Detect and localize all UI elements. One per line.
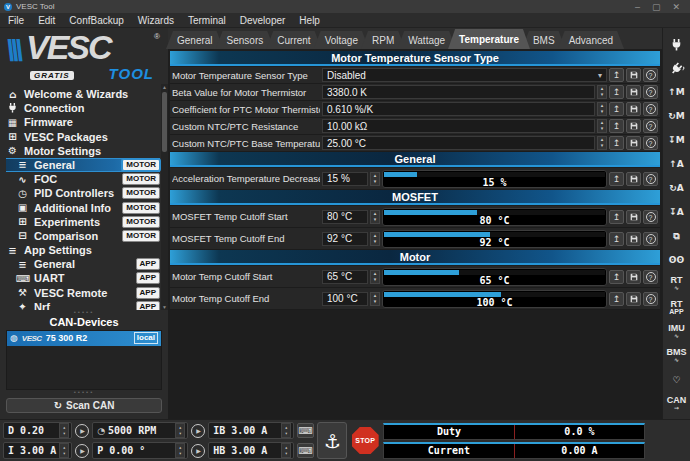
sidebar-item-packages[interactable]: ⊞ VESC Packages <box>6 129 160 143</box>
tab-advanced[interactable]: Advanced <box>558 31 624 49</box>
imu-data-button[interactable]: IMU∿ <box>665 320 689 344</box>
splitter-handle[interactable]: ••••• <box>0 390 168 394</box>
spinner[interactable]: ▴▾ <box>370 210 380 224</box>
disconnect-button[interactable] <box>665 56 689 80</box>
accel-decrease-slider[interactable]: 15 % <box>382 170 607 188</box>
menu-edit[interactable]: Edit <box>38 15 55 26</box>
keyboard-control-button[interactable]: ⌨ <box>297 443 314 458</box>
spinner[interactable]: ▴▾ <box>597 136 607 150</box>
menu-file[interactable]: File <box>8 15 24 26</box>
scrollbar-thumb[interactable] <box>162 92 167 152</box>
tab-sensors[interactable]: Sensors <box>216 31 275 49</box>
sidebar-item-vesc-remote[interactable]: ⚒ VESC Remote APP <box>6 286 160 300</box>
ntc-resistance-field[interactable]: 10.00 kΩ <box>322 119 595 133</box>
close-button[interactable]: ✕ <box>672 2 680 12</box>
write-param-button[interactable]: ↥ <box>609 172 624 186</box>
position-setpoint-field[interactable]: P 0.00 ° ▴▾ <box>92 442 188 459</box>
parallel-config-icon[interactable]: ⧉ <box>665 224 689 248</box>
sidebar-item-comparison[interactable]: ⊟ Comparison MOTOR <box>6 229 160 243</box>
spinner[interactable]: ▴▾ <box>370 270 380 284</box>
sidebar-item-uart[interactable]: ⌨ UART APP <box>6 271 160 285</box>
save-param-button[interactable] <box>626 270 641 284</box>
current-setpoint-field[interactable]: I 3.00 A ▴▾ <box>3 442 72 459</box>
spinner[interactable]: ▴▾ <box>281 443 291 458</box>
save-param-button[interactable] <box>626 210 641 224</box>
ib-setpoint-field[interactable]: IB 3.00 A ▴▾ <box>208 422 294 439</box>
motor-start-slider[interactable]: 65 °C <box>382 268 607 286</box>
menu-help[interactable]: Help <box>299 15 320 26</box>
motor-end-slider[interactable]: 100 °C <box>382 290 607 308</box>
write-app-config-button[interactable]: ↑A <box>665 152 689 176</box>
sidebar-item-app-general[interactable]: ≡ General APP <box>6 257 160 271</box>
goggles-icon[interactable]: ʘʘ <box>665 248 689 272</box>
help-button[interactable]: ? <box>643 270 658 284</box>
connect-button[interactable] <box>665 32 689 56</box>
sidebar-item-welcome[interactable]: ⌂ Welcome & Wizards <box>6 87 160 101</box>
spinner[interactable]: ▴▾ <box>597 102 607 116</box>
spinner[interactable]: ▴▾ <box>370 232 380 246</box>
read-default-motor-config-button[interactable]: ↧M <box>665 128 689 152</box>
read-app-config-button[interactable]: ↻A <box>665 176 689 200</box>
sidebar-item-foc[interactable]: ∿ FOC MOTOR <box>6 172 160 186</box>
menu-developer[interactable]: Developer <box>240 15 286 26</box>
help-button[interactable]: ? <box>643 119 658 133</box>
spinner[interactable]: ▴▾ <box>370 292 380 306</box>
tab-wattage[interactable]: Wattage <box>397 31 456 49</box>
ntc-base-temp-field[interactable]: 25.00 °C <box>322 136 595 150</box>
duty-setpoint-field[interactable]: D 0.20 ▴▾ <box>3 422 72 439</box>
help-button[interactable]: ? <box>643 136 658 150</box>
sidebar-item-motor-general[interactable]: ≡ General MOTOR <box>6 158 160 172</box>
bms-data-button[interactable]: BMS∿ <box>665 344 689 368</box>
sidebar-item-additional-info[interactable]: ▣ Additional Info MOTOR <box>6 200 160 214</box>
sidebar-item-pid[interactable]: ◷ PID Controllers MOTOR <box>6 186 160 200</box>
read-motor-config-button[interactable]: ↻M <box>665 104 689 128</box>
write-param-button[interactable]: ↥ <box>609 270 624 284</box>
stop-button[interactable]: STOP <box>350 422 380 459</box>
tab-voltage[interactable]: Voltage <box>314 31 369 49</box>
save-param-button[interactable] <box>626 102 641 116</box>
sidebar-item-firmware[interactable]: ▦ Firmware <box>6 115 160 129</box>
motor-end-field[interactable]: 100 °C <box>322 292 368 306</box>
mosfet-start-field[interactable]: 80 °C <box>322 210 368 224</box>
motor-start-field[interactable]: 65 °C <box>322 270 368 284</box>
mosfet-end-field[interactable]: 92 °C <box>322 232 368 246</box>
help-button[interactable]: ? <box>643 102 658 116</box>
tab-general[interactable]: General <box>166 31 224 49</box>
help-button[interactable]: ? <box>643 210 658 224</box>
brake-anchor-button[interactable]: ⚓ <box>317 422 347 459</box>
spinner[interactable]: ▴▾ <box>59 443 69 458</box>
help-button[interactable]: ? <box>643 232 658 246</box>
rt-app-data-button[interactable]: RTAPP <box>665 296 689 320</box>
write-param-button[interactable]: ↥ <box>609 136 624 150</box>
save-param-button[interactable] <box>626 119 641 133</box>
write-motor-config-button[interactable]: ↑M <box>665 80 689 104</box>
menu-wizards[interactable]: Wizards <box>138 15 174 26</box>
can-forward-button[interactable]: CAN→ <box>665 392 689 416</box>
help-button[interactable]: ? <box>643 85 658 99</box>
heart-icon[interactable]: ♡ <box>665 368 689 392</box>
help-button[interactable]: ? <box>643 292 658 306</box>
rpm-setpoint-field[interactable]: ◔ 5000 RPM ▴▾ <box>92 422 188 439</box>
scan-can-button[interactable]: ↻ Scan CAN <box>6 398 162 413</box>
spinner[interactable]: ▴▾ <box>597 119 607 133</box>
ptc-coeff-field[interactable]: 0.610 %/K <box>322 102 595 116</box>
sidebar-item-motor-settings[interactable]: ⚙ Motor Settings <box>6 144 160 158</box>
sensor-type-dropdown[interactable]: Disabled ▾ <box>322 68 607 82</box>
minimize-button[interactable]: – <box>635 2 640 12</box>
hb-setpoint-field[interactable]: HB 3.00 A ▴▾ <box>208 442 294 459</box>
run-duty-button[interactable]: ▶ <box>75 424 89 438</box>
save-param-button[interactable] <box>626 85 641 99</box>
can-device-item[interactable]: ◍ VESC 75 300 R2 local <box>7 331 161 346</box>
save-param-button[interactable] <box>626 172 641 186</box>
spinner[interactable]: ▴▾ <box>597 85 607 99</box>
run-position-button[interactable]: ▶ <box>191 444 205 458</box>
sidebar-item-experiments[interactable]: ⊞ Experiments MOTOR <box>6 215 160 229</box>
keyboard-control-button[interactable]: ⌨ <box>297 423 314 438</box>
spinner[interactable]: ▴▾ <box>59 423 69 438</box>
save-param-button[interactable] <box>626 136 641 150</box>
write-param-button[interactable]: ↥ <box>609 68 624 82</box>
write-param-button[interactable]: ↥ <box>609 119 624 133</box>
mosfet-start-slider[interactable]: 80 °C <box>382 208 607 226</box>
tab-current[interactable]: Current <box>266 31 321 49</box>
write-param-button[interactable]: ↥ <box>609 292 624 306</box>
